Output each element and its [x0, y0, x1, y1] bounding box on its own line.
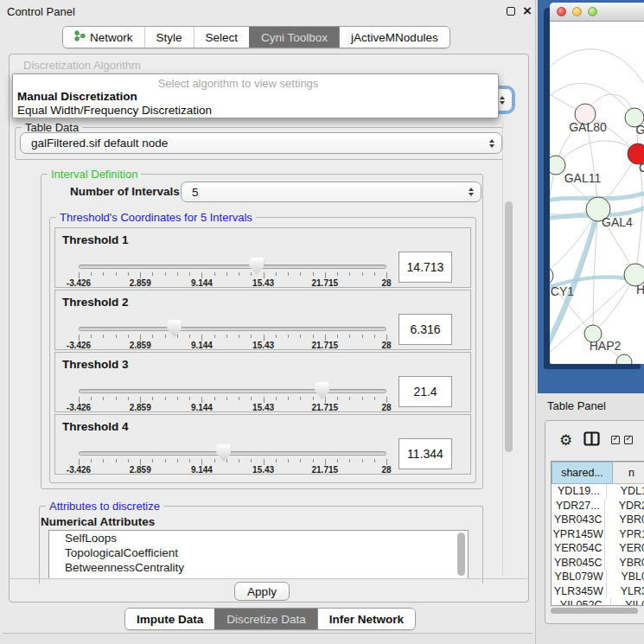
threshold-value-field[interactable]: 14.713 — [399, 252, 452, 283]
checkbox-icon[interactable] — [624, 436, 633, 444]
close-traffic-light-icon[interactable] — [557, 7, 566, 16]
slider-track[interactable] — [79, 327, 386, 331]
table-hscrollbar[interactable] — [549, 606, 644, 615]
table-row[interactable]: YBR045CYBR0 — [552, 556, 644, 571]
tick-mark — [362, 335, 363, 338]
threshold-slider[interactable]: -3.4262.8599.14415.4321.71528 — [55, 353, 397, 413]
threshold-slider[interactable]: -3.4262.8599.14415.4321.71528 — [55, 290, 397, 351]
panel-scrollbar[interactable] — [502, 122, 514, 576]
cell-name[interactable]: YIL0 — [611, 598, 644, 606]
cell-name[interactable]: YBL0 — [607, 570, 644, 584]
zoom-traffic-light-icon[interactable] — [588, 7, 597, 16]
cell-name[interactable]: YLR3 — [607, 584, 644, 599]
tick-mark — [349, 397, 350, 400]
cell-shared-name[interactable]: YBR043C — [552, 513, 605, 527]
minimize-traffic-light-icon[interactable] — [572, 7, 582, 16]
cell-shared-name[interactable]: YBR045C — [552, 556, 605, 571]
cell-shared-name[interactable]: YER054C — [552, 541, 605, 556]
threshold-slider[interactable]: -3.4262.8599.14415.4321.71528 — [55, 415, 397, 475]
tick-mark — [116, 397, 117, 400]
slider-handle[interactable] — [167, 320, 182, 337]
tick-label: -3.426 — [57, 465, 100, 475]
slider-track[interactable] — [79, 265, 386, 269]
algorithm-option-manual[interactable]: Manual Discretization — [17, 90, 137, 103]
node-table: shared... n YDL19...YDL1YDR27...YDR2YBR0… — [551, 461, 644, 606]
tick-mark — [251, 459, 252, 462]
tick-mark — [152, 272, 153, 276]
slider-handle[interactable] — [216, 444, 231, 462]
tick-mark — [288, 459, 289, 462]
list-scrollbar-thumb[interactable] — [457, 532, 465, 576]
tab-style[interactable]: Style — [144, 27, 194, 48]
table-row[interactable]: YBL079WYBL0 — [552, 570, 644, 584]
tab-cyni-toolbox[interactable]: Cyni Toolbox — [249, 27, 339, 48]
attribute-list-item[interactable]: SelfLoops — [49, 531, 468, 545]
checkbox-icon[interactable] — [611, 436, 620, 444]
tick-mark — [386, 397, 387, 403]
network-window[interactable]: GAL80GCGAL11GAL4GCY1HHAP2 — [550, 3, 644, 364]
cell-shared-name[interactable]: YBL079W — [552, 570, 607, 584]
settings-gear-icon[interactable]: ⚙ — [559, 431, 572, 449]
cell-name[interactable]: YDL1 — [607, 484, 644, 499]
cell-shared-name[interactable]: YDL19... — [552, 484, 607, 499]
tab-select[interactable]: Select — [194, 27, 250, 48]
tab-impute-data[interactable]: Impute Data — [125, 609, 214, 629]
tick-label: 15.43 — [242, 403, 285, 412]
cell-shared-name[interactable]: YDR27... — [552, 499, 605, 513]
table-hscrollbar-thumb[interactable] — [551, 608, 638, 614]
network-node[interactable] — [550, 266, 553, 285]
tick-mark — [214, 459, 215, 462]
tick-mark — [288, 397, 289, 400]
tick-mark — [226, 335, 227, 338]
tick-label: 2.859 — [118, 465, 162, 475]
table-row[interactable]: YPR145WYPR1 — [552, 527, 644, 542]
column-header-name[interactable]: n — [613, 462, 644, 484]
attribute-list-item[interactable]: TopologicalCoefficient — [49, 545, 468, 560]
tab-network[interactable]: Network — [63, 27, 144, 48]
tab-jactivemnodules[interactable]: jActiveMNodules — [339, 27, 450, 48]
slider-track[interactable] — [79, 389, 386, 393]
threshold-value-field[interactable]: 6.316 — [399, 314, 452, 345]
table-data-combobox[interactable]: galFiltered.sif default node — [20, 132, 502, 154]
table-row[interactable]: YLR345WYLR3 — [552, 584, 644, 599]
network-canvas[interactable]: GAL80GCGAL11GAL4GCY1HHAP2 — [550, 22, 644, 364]
table-row[interactable]: YBR043CYBR0 — [552, 513, 644, 527]
cell-shared-name[interactable]: YLR345W — [552, 584, 607, 599]
table-row[interactable]: YDL19...YDL1 — [552, 484, 644, 499]
slider-handle[interactable] — [315, 382, 329, 399]
table-row[interactable]: YER054CYER0 — [552, 541, 644, 556]
apply-button[interactable]: Apply — [234, 582, 290, 601]
attribute-list-item[interactable]: BetweennessCentrality — [49, 560, 468, 575]
cell-shared-name[interactable]: YIL052C — [552, 598, 611, 606]
threshold-slider[interactable]: -3.4262.8599.14415.4321.71528 — [55, 228, 397, 289]
cell-shared-name[interactable]: YPR145W — [552, 527, 605, 542]
numerical-attributes-list[interactable]: SelfLoopsTopologicalCoefficientBetweenne… — [48, 530, 469, 579]
threshold-value-field[interactable]: 21.4 — [399, 376, 452, 407]
tick-label: -3.426 — [57, 341, 100, 350]
split-column-icon[interactable] — [583, 431, 600, 450]
cell-name[interactable]: YBR0 — [605, 556, 644, 571]
table-row[interactable]: YIL052CYIL0 — [552, 598, 644, 606]
column-header-shared-name[interactable]: shared... — [552, 462, 613, 484]
network-window-titlebar[interactable] — [550, 3, 644, 22]
tab-infer-network[interactable]: Infer Network — [317, 609, 415, 629]
table-row[interactable]: YDR27...YDR2 — [552, 499, 644, 513]
algorithm-option-equal-width[interactable]: Equal Width/Frequency Discretization — [17, 104, 212, 117]
tick-mark — [91, 459, 92, 462]
panel-scrollbar-thumb[interactable] — [505, 201, 513, 452]
tick-mark — [239, 397, 239, 400]
tick-mark — [374, 272, 375, 276]
cell-name[interactable]: YPR1 — [605, 527, 644, 542]
cell-name[interactable]: YBR0 — [605, 513, 644, 527]
network-node[interactable] — [550, 156, 565, 175]
num-intervals-combobox[interactable]: 5 — [181, 182, 481, 202]
tab-discretize-data[interactable]: Discretize Data — [214, 609, 317, 629]
slider-track[interactable] — [79, 451, 386, 456]
network-node[interactable] — [616, 354, 632, 364]
float-window-icon[interactable] — [507, 7, 515, 16]
cell-name[interactable]: YDR2 — [605, 499, 644, 513]
threshold-panel: Threshold 4 -3.4262.8599.14415.4321.7152… — [54, 414, 471, 475]
cell-name[interactable]: YER0 — [605, 541, 644, 556]
close-icon[interactable]: × — [523, 7, 532, 16]
threshold-value-field[interactable]: 11.344 — [399, 438, 452, 469]
